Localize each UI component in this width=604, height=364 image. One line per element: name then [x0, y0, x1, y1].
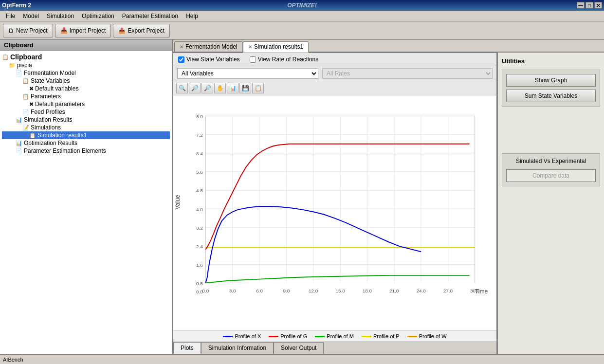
bottom-tab-simulation-information[interactable]: Simulation Information	[201, 342, 274, 354]
menu-item-file[interactable]: File	[2, 12, 19, 20]
svg-text:8.0: 8.0	[196, 114, 203, 119]
bottom-tab-plots[interactable]: Plots	[173, 342, 201, 354]
zoom-in-icon-btn[interactable]: 🔎	[189, 83, 201, 93]
view-state-variables-checkbox[interactable]	[178, 56, 184, 63]
utilities-panel: Utilities Show Graph Sum State Variables…	[497, 53, 604, 354]
tree-item-icon: 📄	[16, 148, 22, 154]
tree-item[interactable]: 📊Optimization Results	[2, 139, 170, 147]
view-rate-label: View Rate of Reactions	[258, 56, 319, 63]
svg-text:Value: Value	[174, 195, 181, 209]
show-graph-button[interactable]: Show Graph	[506, 74, 596, 87]
svg-text:30.0: 30.0	[470, 288, 480, 293]
export-project-icon: 📤	[118, 27, 126, 34]
svg-text:2.4: 2.4	[196, 244, 203, 249]
svg-text:3.0: 3.0	[229, 288, 236, 293]
tree-item[interactable]: 📋State Variables	[2, 77, 170, 85]
tree-item[interactable]: 📋Parameters	[2, 92, 170, 100]
tree-item-icon: 📊	[16, 140, 22, 146]
compare-data-button[interactable]: Compare data	[506, 169, 596, 182]
legend-color-swatch	[362, 336, 371, 337]
tree-container[interactable]: 📋Clipboard📁piscia📄Fermentation Model📋Sta…	[0, 51, 172, 354]
tab-bar: ✕Fermentation Model✕Simulation results1	[173, 40, 604, 53]
tree-item[interactable]: 📄Parameter Estimation Elements	[2, 147, 170, 155]
import-project-button[interactable]: 📥 Import Project	[55, 24, 111, 37]
tree-item-icon: ✖	[29, 101, 34, 108]
svg-text:4.8: 4.8	[196, 188, 203, 193]
legend-label: Profile of X	[235, 333, 261, 339]
tree-item-icon: 📁	[9, 62, 16, 69]
tree-item-label: Clipboard	[10, 53, 42, 61]
variables-dropdown[interactable]: All VariablesXGMPW	[177, 68, 318, 79]
svg-text:7.2: 7.2	[196, 132, 203, 138]
tree-item[interactable]: ✖Default variables	[2, 85, 170, 92]
new-project-icon: 🗋	[8, 27, 14, 34]
tab-label: Simulation results1	[254, 43, 303, 50]
menu-item-optimization[interactable]: Optimization	[78, 12, 118, 20]
tree-item-label: Fermentation Model	[24, 70, 76, 76]
import-project-label: Import Project	[70, 27, 106, 34]
tab-close-icon[interactable]: ✕	[180, 44, 183, 50]
simulated-vs-experimental-label: Simulated Vs Experimental	[506, 158, 596, 164]
svg-text:0.8: 0.8	[196, 281, 203, 286]
rates-dropdown[interactable]: All Rates	[322, 68, 493, 79]
tree-item[interactable]: 📊Simulation Results	[2, 116, 170, 124]
menu-item-simulation[interactable]: Simulation	[43, 12, 78, 20]
tree-item[interactable]: 📄Feed Profiles	[2, 108, 170, 116]
tree-item-label: Parameter Estimation Elements	[24, 147, 106, 154]
menu-item-model[interactable]: Model	[19, 12, 43, 20]
clipboard-header: Clipboard	[0, 40, 172, 51]
tree-item-icon: 📊	[16, 117, 22, 123]
sum-state-variables-button[interactable]: Sum State Variables	[506, 90, 596, 102]
new-project-button[interactable]: 🗋 New Project	[3, 24, 53, 37]
toolbar: 🗋 New Project 📥 Import Project 📤 Export …	[0, 21, 604, 40]
copy-icon-btn[interactable]: 📋	[252, 83, 264, 93]
zoom-out-icon-btn[interactable]: 🔎	[201, 83, 213, 93]
tree-item[interactable]: 📋Clipboard	[2, 53, 170, 61]
tree-item[interactable]: ✖Default parameters	[2, 100, 170, 108]
legend-item: Profile of P	[362, 333, 400, 339]
dropdowns-row: All VariablesXGMPW All Rates	[173, 66, 496, 81]
right-panel: ✕Fermentation Model✕Simulation results1 …	[173, 40, 604, 354]
icon-toolbar: 🔍 🔎 🔎 ✋ 📊 💾 📋	[173, 81, 496, 95]
tree-item-label: Default variables	[35, 85, 78, 92]
close-button[interactable]: ✕	[594, 2, 602, 9]
legend-color-swatch	[223, 336, 233, 337]
svg-text:18.0: 18.0	[363, 288, 372, 293]
tab-simulation-results1[interactable]: ✕Simulation results1	[243, 41, 309, 53]
view-state-variables-checkbox-label[interactable]: View State Variables	[178, 56, 240, 63]
chart-svg: Value Time 8.0 7.2 6.4 5.6 4.8 4.0 3.2 2…	[173, 95, 496, 330]
tree-item[interactable]: 📝Simulations	[2, 124, 170, 131]
legend-color-swatch	[315, 336, 325, 337]
svg-text:9.0: 9.0	[283, 288, 290, 293]
svg-text:21.0: 21.0	[389, 288, 399, 293]
tree-item[interactable]: 📁piscia	[2, 61, 170, 69]
tree-item-icon: 📋	[22, 93, 29, 100]
content-area: View State Variables View Rate of Reacti…	[173, 53, 604, 354]
export-project-button[interactable]: 📤 Export Project	[113, 24, 169, 37]
controls-row: View State Variables View Rate of Reacti…	[173, 53, 496, 66]
legend-item: Profile of W	[407, 333, 447, 339]
export-icon-btn[interactable]: 💾	[239, 83, 251, 93]
svg-text:6.0: 6.0	[256, 288, 263, 293]
tab-fermentation-model[interactable]: ✕Fermentation Model	[174, 41, 243, 52]
tree-item-label: Parameters	[31, 93, 61, 100]
menu-item-parameter-estimation[interactable]: Parameter Estimation	[118, 12, 182, 20]
app-title: OptFerm 2	[2, 2, 31, 9]
pan-icon-btn[interactable]: ✋	[214, 83, 226, 93]
zoom-fit-icon-btn[interactable]: 🔍	[176, 83, 188, 93]
tree-item-icon: 📋	[2, 54, 9, 60]
utilities-title: Utilities	[502, 56, 600, 66]
view-rate-checkbox-label[interactable]: View Rate of Reactions	[250, 56, 319, 63]
tab-close-icon[interactable]: ✕	[248, 44, 252, 50]
bottom-tab-solver-output[interactable]: Solver Output	[274, 342, 324, 354]
tree-item[interactable]: 📄Fermentation Model	[2, 69, 170, 77]
menu-bar: FileModelSimulationOptimizationParameter…	[0, 11, 604, 21]
menu-item-help[interactable]: Help	[182, 12, 202, 20]
tab-label: Fermentation Model	[185, 43, 238, 50]
chart-icon-btn[interactable]: 📊	[227, 83, 238, 93]
view-rate-checkbox[interactable]	[250, 56, 256, 63]
tree-item[interactable]: 📋Simulation results1	[2, 131, 170, 139]
tree-item-icon: 📋	[22, 78, 29, 84]
minimize-button[interactable]: —	[577, 2, 585, 9]
maximize-button[interactable]: □	[586, 2, 593, 9]
